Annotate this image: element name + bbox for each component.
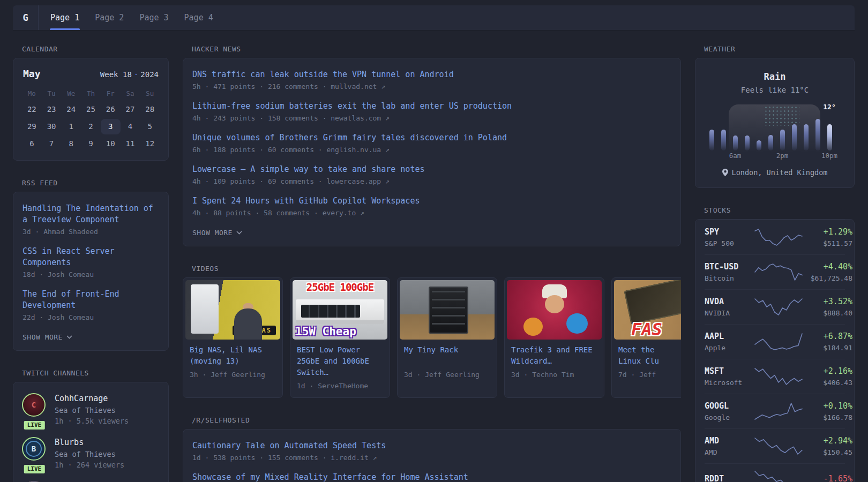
stock-row[interactable]: BTC-USD Bitcoin +4.40% $61,725.48 — [705, 254, 845, 289]
twitch-channel-row[interactable]: C LIVE CohhCarnage Sea of Thieves 1h · 5… — [22, 393, 160, 426]
stock-row[interactable]: AAPL Apple +6.87% $184.91 — [705, 324, 845, 359]
video-thumbnail[interactable] — [400, 280, 495, 340]
stock-row[interactable]: GOOGL Google +0.10% $166.78 — [705, 394, 845, 428]
hn-item-meta: 4h · 88 points · 58 comments · every.to … — [192, 209, 671, 217]
hn-item-source-link[interactable]: english.nv.ua ↗ — [326, 146, 389, 154]
app-logo[interactable]: G — [13, 5, 39, 30]
video-title[interactable]: My Tiny Rack — [404, 344, 490, 367]
video-thumbnail[interactable]: LIL NAS — [185, 280, 280, 340]
stock-values: +2.16% $406.43 — [803, 366, 852, 387]
video-title[interactable]: BEST Low Power 25GbE and 100GbE Switch… — [297, 344, 383, 378]
stock-symbol: MSFT — [705, 366, 754, 376]
twitch-channel-name: CohhCarnage — [55, 393, 129, 404]
thumbnail-bottom-caption: LIL NAS — [233, 326, 276, 335]
stock-company-name: S&P 500 — [705, 239, 754, 248]
hn-item-title[interactable]: I Spent 24 Hours with GitHub Copilot Wor… — [192, 196, 420, 206]
temperature-bar — [804, 124, 809, 150]
temperature-bar — [745, 135, 750, 150]
stock-sparkline-wrap — [754, 333, 803, 351]
hn-item: DNS traffic can leak outside the VPN tun… — [192, 69, 671, 91]
middle-column: HACKER NEWS DNS traffic can leak outside… — [183, 45, 681, 482]
stock-row[interactable]: AMD AMD +2.94% $150.45 — [705, 428, 845, 463]
stock-price: $61,725.48 — [803, 274, 852, 283]
rss-item: The End of Front-End Development 22d · J… — [23, 289, 159, 321]
video-card: FAS Meet the Linux Clu 7d · Jeff — [611, 277, 681, 398]
temperature-bar — [827, 124, 832, 150]
hn-item-source-link[interactable]: mullvad.net ↗ — [331, 82, 385, 91]
video-thumbnail[interactable]: FAS — [614, 280, 681, 340]
page-tab[interactable]: Page 2 — [94, 5, 124, 30]
twitch-channel-row[interactable]: B LIVE Blurbs Sea of Thieves 1h · 264 vi… — [22, 437, 160, 470]
temperature-bar — [709, 130, 714, 150]
stock-row[interactable]: SPY S&P 500 +1.29% $511.57 — [705, 220, 845, 254]
page-tabs: Page 1 Page 2 Page 3 Page 4 — [39, 5, 228, 30]
reddit-item-title[interactable]: Cautionary Tale on Automated Speed Tests — [192, 441, 386, 450]
stock-symbol: RDDT — [705, 473, 754, 482]
hn-item-title[interactable]: Unique volumes of Brothers Grimm fairy t… — [192, 133, 507, 142]
hn-item-source-link[interactable]: newatlas.com ↗ — [331, 114, 390, 122]
stock-row[interactable]: RDDT -1.65% — [705, 463, 845, 482]
calendar-day: 26 — [101, 102, 121, 117]
calendar-section: CALENDAR May Week 18·2024 Mo Tu — [13, 45, 169, 161]
video-title[interactable]: Big NAS, Lil NAS (moving 13) — [190, 344, 276, 367]
reddit-item-meta: 1d · 538 points · 155 comments · i.redd.… — [192, 454, 671, 462]
reddit-item-title[interactable]: Showcase of my Mixed Reality Interface f… — [192, 472, 468, 482]
avatar: B — [22, 437, 46, 461]
time-tick-label: 6am — [729, 152, 742, 160]
rss-item-title[interactable]: CSS in React Server Components — [23, 246, 115, 267]
hn-item-source-link[interactable]: every.to ↗ — [323, 209, 364, 217]
stock-values: +2.94% $150.45 — [803, 435, 852, 457]
stock-row[interactable]: MSFT Microsoft +2.16% $406.43 — [705, 359, 845, 394]
avatar-initial: B — [32, 445, 36, 453]
rss-item-title[interactable]: The End of Front-End Development — [23, 289, 119, 310]
video-thumbnail[interactable]: 25GbE 100GbE 15W Cheap — [293, 280, 387, 340]
hn-item: Unique volumes of Brothers Grimm fairy t… — [192, 132, 671, 154]
stock-sparkline-wrap — [754, 470, 803, 482]
stock-company-name: Google — [705, 413, 754, 422]
hn-show-more-button[interactable]: SHOW MORE — [192, 229, 242, 237]
twitch-widget: C LIVE CohhCarnage Sea of Thieves 1h · 5… — [13, 382, 169, 482]
temperature-bar — [780, 130, 785, 150]
page-tab[interactable]: Page 4 — [184, 5, 214, 30]
weather-section-title: WEATHER — [704, 45, 855, 53]
hn-item-source-link[interactable]: lowercase.app ↗ — [326, 177, 389, 185]
stock-symbol: AAPL — [705, 331, 754, 342]
rss-item-meta: 18d · Josh Comeau — [23, 270, 159, 278]
video-title[interactable]: Meet the Linux Clu — [618, 344, 681, 367]
hackernews-section-title: HACKER NEWS — [192, 45, 681, 53]
hn-item-title[interactable]: Lithium-free sodium batteries exit the l… — [192, 101, 512, 111]
stock-row[interactable]: NVDA NVIDIA +3.52% $888.40 — [705, 289, 845, 324]
page-tab[interactable]: Page 3 — [139, 5, 169, 30]
calendar-day: 23 — [42, 102, 62, 117]
page-tab[interactable]: Page 1 — [50, 5, 80, 30]
calendar-weekday: Sa — [121, 86, 140, 102]
twitch-channel-game: Sea of Thieves — [55, 449, 124, 459]
calendar-day: 24 — [61, 102, 81, 117]
hn-item-title[interactable]: Lowercase – A simple way to take and sha… — [192, 164, 424, 174]
calendar-day: 8 — [61, 136, 81, 152]
video-thumbnail[interactable] — [507, 280, 602, 340]
calendar-widget: May Week 18·2024 Mo Tu We — [13, 58, 169, 161]
calendar-day: 4 — [121, 119, 140, 134]
stock-symbol: BTC-USD — [705, 261, 754, 272]
top-navbar: G Page 1 Page 2 Page 3 Page 4 — [13, 5, 855, 31]
stock-identity: SPY S&P 500 — [705, 227, 754, 248]
hn-item-title[interactable]: DNS traffic can leak outside the VPN tun… — [192, 70, 454, 79]
stock-company-name: Microsoft — [705, 378, 754, 387]
rss-show-more-button[interactable]: SHOW MORE — [23, 333, 72, 341]
rss-section: RSS FEED Handling The Indentation of a T… — [13, 179, 169, 351]
stock-sparkline-wrap — [754, 437, 803, 455]
reddit-item-source-link[interactable]: i.redd.it ↗ — [331, 454, 377, 462]
videos-section: VIDEOS LIL NAS Big NAS, Lil NAS (moving … — [183, 265, 681, 398]
temperature-bar — [757, 140, 761, 150]
hn-item-stats: 4h · 109 points · 69 comments · — [192, 177, 326, 185]
stocks-section: STOCKS SPY S&P 500 — [695, 206, 855, 482]
rss-item-title[interactable]: Handling The Indentation of a Treeview C… — [23, 204, 153, 224]
stock-price: $406.43 — [803, 378, 852, 387]
stock-sparkline — [754, 437, 803, 455]
hn-item-meta: 4h · 109 points · 69 comments · lowercas… — [192, 177, 671, 185]
video-title[interactable]: Traefik 3 and FREE Wildcard… — [511, 344, 597, 367]
live-badge: LIVE — [23, 464, 46, 475]
stock-sparkline — [754, 298, 803, 316]
stock-price: $150.45 — [803, 448, 852, 457]
